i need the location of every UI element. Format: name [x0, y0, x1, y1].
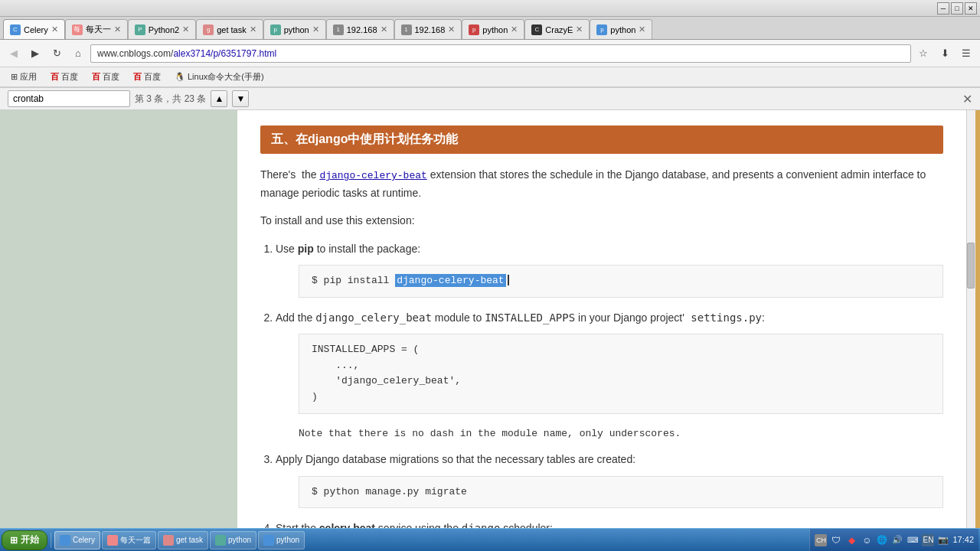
- find-next-button[interactable]: ▼: [232, 90, 249, 107]
- address-text: www.cnblogs.com/alex3714/p/6351797.html: [97, 48, 276, 59]
- tab-ip2[interactable]: 1 192.168 ✕: [394, 19, 462, 39]
- tray-icon-lang[interactable]: EN: [922, 534, 934, 546]
- tray-icon-network[interactable]: 🌐: [876, 534, 888, 546]
- tab-python5[interactable]: p python ✕: [590, 19, 652, 39]
- tab-gettask[interactable]: g get task ✕: [196, 19, 263, 39]
- tray-icon-antivirus[interactable]: ◆: [845, 534, 858, 546]
- tab-close-celery[interactable]: ✕: [51, 24, 58, 34]
- tab-python4[interactable]: p python ✕: [462, 19, 524, 39]
- tab-close-ip2[interactable]: ✕: [448, 24, 455, 34]
- tab-celery[interactable]: C Celery ✕: [3, 19, 65, 39]
- step1-highlighted-pkg: django-celery-beat: [395, 274, 505, 287]
- back-button[interactable]: ◀: [5, 44, 23, 63]
- taskbar-icon-meitianyi: [107, 535, 118, 546]
- taskbar-label-python2: python: [276, 536, 299, 544]
- intro-paragraph: There's the django-celery-beat extension…: [260, 166, 943, 203]
- taskbar-icon-celery: [60, 535, 70, 546]
- tab-close-python5[interactable]: ✕: [639, 24, 645, 34]
- tab-meitianyi[interactable]: 每 每天一 ✕: [65, 19, 128, 39]
- taskbar-btn-python2[interactable]: python: [258, 531, 305, 549]
- address-bar[interactable]: www.cnblogs.com/alex3714/p/6351797.html: [90, 44, 911, 63]
- right-accent-bar: [975, 110, 980, 551]
- taskbar-btn-celery[interactable]: Celery: [54, 531, 100, 549]
- taskbar-sep-1: [51, 533, 51, 548]
- find-close-button[interactable]: ✕: [962, 92, 972, 106]
- tab-favicon-python5: p: [596, 24, 607, 35]
- tab-python2[interactable]: P Python2 ✕: [128, 19, 196, 39]
- step2-text-mid2: in your Django project': [575, 311, 684, 324]
- tab-crazye[interactable]: C CrazyE ✕: [524, 19, 590, 39]
- tray-icon-volume[interactable]: 🔊: [891, 534, 903, 546]
- taskbar-btn-gettask[interactable]: get task: [158, 531, 208, 549]
- taskbar-icon-python2: [263, 535, 274, 546]
- bookmark-baidu3[interactable]: 百 百度: [127, 69, 167, 86]
- taskbar-btn-python1[interactable]: python: [210, 531, 256, 549]
- step2-text-mid: module to: [432, 311, 485, 324]
- system-tray: CH 🛡 ◆ ☺ 🌐 🔊 ⌨ EN 📷 17:42: [809, 529, 978, 551]
- taskbar-icon-gettask: [163, 535, 174, 546]
- bookmark-baidu2[interactable]: 百 百度: [86, 69, 126, 86]
- start-button[interactable]: ⊞ 开始: [2, 530, 47, 550]
- tab-close-python3[interactable]: ✕: [312, 24, 319, 34]
- bookmark-linux[interactable]: 🐧 Linux命令大全(手册): [168, 69, 270, 86]
- tab-label-gettask: get task: [217, 25, 247, 34]
- settings-button[interactable]: ☰: [957, 44, 975, 63]
- step2-text-before: Add the: [276, 311, 315, 324]
- word-that: that: [479, 168, 497, 181]
- step2-code-line4: ): [312, 390, 930, 406]
- find-input[interactable]: [8, 90, 130, 107]
- word-that-step3: that: [456, 453, 474, 465]
- tab-close-meitianyi[interactable]: ✕: [114, 24, 121, 34]
- find-count: 第 3 条，共 23 条: [135, 93, 206, 106]
- tab-label-python5: python: [610, 25, 635, 34]
- baidu-icon-1: 百: [51, 71, 59, 83]
- close-button[interactable]: ✕: [965, 2, 977, 15]
- minimize-button[interactable]: ─: [937, 2, 949, 15]
- bookmark-apps-icon: ⊞: [11, 72, 18, 82]
- left-panel: [0, 110, 237, 551]
- tab-close-python2[interactable]: ✕: [182, 24, 189, 34]
- taskbar-btn-meitianyi[interactable]: 每天一篇: [102, 531, 156, 549]
- tray-icon-keyboard[interactable]: ⌨: [906, 534, 919, 546]
- step2-code-line1: INSTALLED_APPS = (: [312, 342, 930, 358]
- bookmark-baidu1[interactable]: 百 百度: [44, 69, 84, 86]
- tray-icon-smiley[interactable]: ☺: [861, 534, 873, 546]
- tab-favicon-crazye: C: [531, 24, 542, 35]
- bookmark-linux-label: Linux命令大全(手册): [188, 71, 264, 83]
- tab-python3[interactable]: p python ✕: [263, 19, 326, 39]
- refresh-button[interactable]: ↻: [47, 44, 66, 63]
- tab-favicon-python3: p: [270, 24, 281, 35]
- step-2: Add the django_celery_beat module to INS…: [276, 308, 943, 443]
- bookmark-button[interactable]: ☆: [914, 44, 933, 63]
- section-title: 五、在django中使用计划任务功能: [271, 132, 458, 145]
- step2-code-line2: ...,: [312, 358, 930, 374]
- maximize-button[interactable]: □: [951, 2, 963, 15]
- step3-migrate-cmd: $ python manage.py migrate: [312, 486, 467, 497]
- tray-icon-ch[interactable]: CH: [815, 534, 827, 546]
- scrollbar-thumb[interactable]: [967, 243, 975, 289]
- bookmark-baidu1-label: 百度: [61, 71, 78, 83]
- tray-time: 17:42: [952, 534, 974, 545]
- find-prev-button[interactable]: ▲: [211, 90, 227, 107]
- tab-close-ip1[interactable]: ✕: [381, 24, 387, 34]
- home-button[interactable]: ⌂: [69, 44, 87, 63]
- title-bar: ─ □ ✕: [0, 0, 980, 17]
- tab-ip1[interactable]: 1 192.168 ✕: [326, 19, 394, 39]
- download-button[interactable]: ⬇: [936, 44, 954, 63]
- right-scrollbar[interactable]: [966, 110, 975, 551]
- tab-label-ip2: 192.168: [415, 25, 446, 34]
- bookmark-apps[interactable]: ⊞ 应用: [5, 69, 43, 86]
- install-intro: To install and use this extension:: [260, 212, 943, 230]
- code-cursor: [508, 275, 509, 285]
- tray-icon-camera[interactable]: 📷: [937, 534, 949, 546]
- tab-close-gettask[interactable]: ✕: [250, 24, 256, 34]
- tab-label-python2: Python2: [149, 25, 179, 34]
- bookmark-baidu2-label: 百度: [103, 71, 119, 83]
- tray-icon-security[interactable]: 🛡: [830, 534, 842, 546]
- django-celery-beat-link[interactable]: django-celery-beat: [319, 170, 426, 181]
- tab-close-crazye[interactable]: ✕: [576, 24, 583, 34]
- tab-close-python4[interactable]: ✕: [511, 24, 518, 34]
- step3-text: Apply Django database migrations so: [276, 453, 456, 465]
- step2-text-end: :: [762, 311, 765, 324]
- forward-button[interactable]: ▶: [26, 44, 44, 63]
